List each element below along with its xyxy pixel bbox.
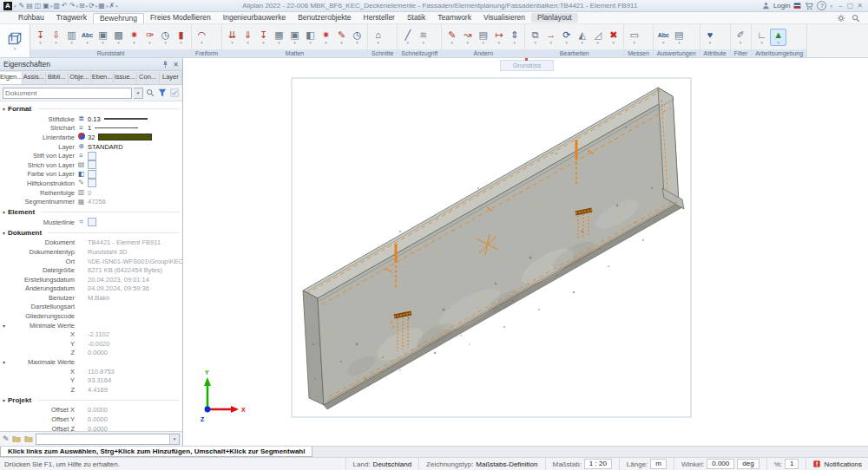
- section-projekt[interactable]: ▾Projekt: [0, 395, 182, 406]
- resize-icon[interactable]: ◿▾: [590, 29, 605, 45]
- property-value[interactable]: Rundstahl 3D: [88, 248, 182, 256]
- delete-icon[interactable]: ✖▾: [606, 29, 621, 45]
- drawing-canvas[interactable]: Grundriss: [183, 58, 868, 446]
- palette-filter-input[interactable]: [3, 88, 132, 99]
- property-value[interactable]: [88, 152, 182, 160]
- ruler-icon[interactable]: ▭▾: [627, 29, 641, 45]
- document-pen-icon[interactable]: ▣: [42, 1, 50, 11]
- status-land[interactable]: Land:Deutschland: [345, 458, 419, 470]
- property-value[interactable]: 20.04.2023, 09:01:14: [88, 276, 182, 284]
- palette-search-button[interactable]: [145, 88, 155, 98]
- modify-pen-icon[interactable]: ✎▾: [444, 29, 459, 45]
- checkbox[interactable]: [88, 152, 96, 160]
- palette-apply-button[interactable]: [169, 88, 180, 98]
- favorite-dropdown-icon[interactable]: ▾: [169, 434, 179, 444]
- palette-tab-issue[interactable]: Issue...: [114, 72, 136, 84]
- status-value[interactable]: Deutschland: [373, 460, 411, 468]
- property-value[interactable]: [88, 170, 182, 179]
- freeform-hook-icon[interactable]: ◠▾: [194, 29, 209, 45]
- property-value[interactable]: TB4421 - Element FB911: [88, 238, 182, 246]
- status-value[interactable]: Maßstabs-Definition: [476, 460, 537, 468]
- palette-filter-button[interactable]: [157, 88, 168, 98]
- property-value[interactable]: 32: [88, 134, 182, 141]
- image-half-icon[interactable]: ◧▾: [303, 29, 318, 45]
- navigation-mode-icon[interactable]: ▲▾: [770, 29, 786, 46]
- line-icon[interactable]: ╱▾: [400, 29, 415, 45]
- notifications-button[interactable]: Notifications: [806, 458, 868, 470]
- status-value[interactable]: 1: [785, 459, 799, 469]
- help-caret-icon[interactable]: ▾: [830, 3, 832, 9]
- status-value[interactable]: 0.000: [707, 459, 734, 469]
- attribute-tags-icon[interactable]: ♥▾: [703, 29, 718, 45]
- mesh-down-icon[interactable]: ↧▾: [256, 29, 271, 45]
- undo-icon[interactable]: ↶: [61, 1, 69, 11]
- menu-tab-benutzerobjekte[interactable]: Benutzerobjekte: [292, 13, 357, 23]
- open-icon[interactable]: ▤: [25, 1, 34, 11]
- palette-tab-con[interactable]: Con...: [137, 72, 160, 84]
- checkbox[interactable]: [88, 160, 96, 169]
- palette-tab-layer[interactable]: Layer: [160, 72, 182, 84]
- subsection-maximale-werte[interactable]: ▾Maximale Werte: [0, 357, 182, 367]
- allplan-logo[interactable]: A: [3, 2, 12, 10]
- open-favorite-button[interactable]: [11, 434, 22, 444]
- document-icon[interactable]: ▦: [97, 1, 106, 11]
- pipette-icon[interactable]: ✐▾: [733, 29, 748, 45]
- view-cube-button[interactable]: ▾: [0, 24, 30, 57]
- palette-tab-eben[interactable]: Eben...: [91, 72, 114, 84]
- clock-icon[interactable]: ◷▾: [158, 29, 173, 45]
- clock-icon[interactable]: ◷▾: [350, 29, 365, 45]
- menu-tab-bewehrung[interactable]: Bewehrung: [93, 13, 144, 23]
- filter-dropdown-icon[interactable]: ▾: [134, 88, 143, 99]
- pin-icon[interactable]: [161, 61, 169, 69]
- menu-tab-planlayout[interactable]: Planlayout: [531, 13, 578, 23]
- hook-tool-icon[interactable]: ✑▾: [142, 29, 157, 45]
- palette-tab-assis[interactable]: Assis...: [23, 72, 45, 84]
- palette-tab-obje[interactable]: Obje...: [69, 72, 91, 84]
- save-icon[interactable]: ◫: [34, 1, 43, 11]
- login-button[interactable]: Login: [773, 2, 791, 10]
- property-value[interactable]: [88, 160, 182, 169]
- menu-tab-visualisieren[interactable]: Visualisieren: [477, 13, 531, 23]
- section-dokument[interactable]: ▾Dokument: [0, 227, 182, 238]
- mesh-place-icon[interactable]: ⇊▾: [225, 29, 240, 45]
- ribbon-search-icon[interactable]: [852, 14, 860, 23]
- image-icon[interactable]: ▣▾: [287, 29, 302, 45]
- app-menu-caret-icon[interactable]: ▾: [14, 3, 16, 9]
- wizard-icon[interactable]: ✷▾: [127, 29, 141, 45]
- cage-icon[interactable]: ▦▾: [272, 29, 286, 45]
- property-value[interactable]: 0.0000: [88, 406, 182, 414]
- property-value[interactable]: -2.1102: [88, 330, 182, 338]
- save-favorite-button[interactable]: [23, 434, 34, 444]
- rebar-grab-icon[interactable]: ⇩▾: [49, 29, 63, 45]
- text-abc-icon[interactable]: Abc▾: [80, 29, 95, 45]
- property-value[interactable]: \\DE-ISN01-WFS001\Group\KEC_Pl: [88, 258, 182, 265]
- checkbox[interactable]: [88, 179, 96, 187]
- status-unit[interactable]: deg: [737, 459, 759, 469]
- status-zeichnungstyp[interactable]: Zeichnungstyp:Maßstabs-Definition: [418, 458, 544, 470]
- palette-close-icon[interactable]: ✕: [173, 61, 179, 69]
- minimize-button[interactable]: –: [836, 1, 845, 11]
- status-value[interactable]: m: [650, 459, 667, 469]
- property-value[interactable]: 47256: [88, 198, 182, 206]
- maximize-button[interactable]: ▢: [845, 1, 855, 11]
- close-button[interactable]: ✕: [855, 1, 865, 11]
- properties-doc-icon[interactable]: ▤▾: [476, 29, 490, 45]
- property-value[interactable]: 93.3164: [88, 376, 182, 384]
- sketch-icon[interactable]: ≋▾: [416, 29, 431, 45]
- menu-tab-hersteller[interactable]: Hersteller: [358, 13, 401, 23]
- property-value[interactable]: 04.09.2024, 09:59:36: [88, 284, 182, 292]
- property-value[interactable]: 1: [88, 124, 182, 132]
- status-value[interactable]: 1 : 20: [584, 459, 612, 469]
- modify-line-icon[interactable]: ↝▾: [460, 29, 475, 45]
- shop-cart-icon[interactable]: [805, 2, 813, 10]
- property-value[interactable]: 0.0000: [88, 349, 182, 356]
- mesh-grab-icon[interactable]: ⇓▾: [240, 29, 255, 45]
- language-flag-icon[interactable]: [793, 2, 801, 10]
- section-house-icon[interactable]: ⌂▾: [371, 29, 385, 45]
- property-value[interactable]: 0.0000: [88, 425, 182, 431]
- edit-page-icon[interactable]: ✎▾: [334, 29, 349, 45]
- checkbox[interactable]: [88, 170, 96, 179]
- palette-tab-bibli[interactable]: Bibli...: [46, 72, 69, 84]
- property-value[interactable]: [88, 179, 182, 187]
- mirror-icon[interactable]: ◭▾: [575, 29, 589, 45]
